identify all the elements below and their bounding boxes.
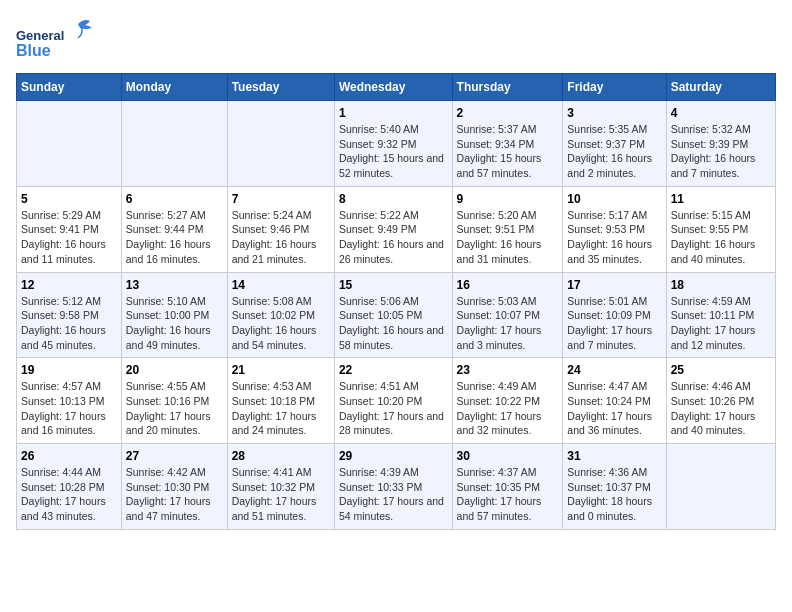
day-cell: 4Sunrise: 5:32 AM Sunset: 9:39 PM Daylig… [666,101,775,187]
day-number: 5 [21,192,117,206]
day-cell [121,101,227,187]
week-row-3: 12Sunrise: 5:12 AM Sunset: 9:58 PM Dayli… [17,272,776,358]
col-header-thursday: Thursday [452,74,563,101]
day-info: Sunrise: 5:10 AM Sunset: 10:00 PM Daylig… [126,294,223,353]
col-header-sunday: Sunday [17,74,122,101]
day-number: 30 [457,449,559,463]
day-info: Sunrise: 4:46 AM Sunset: 10:26 PM Daylig… [671,379,771,438]
day-info: Sunrise: 5:24 AM Sunset: 9:46 PM Dayligh… [232,208,330,267]
day-cell: 27Sunrise: 4:42 AM Sunset: 10:30 PM Dayl… [121,444,227,530]
day-cell: 20Sunrise: 4:55 AM Sunset: 10:16 PM Dayl… [121,358,227,444]
page-header: General Blue [16,16,776,61]
day-info: Sunrise: 5:32 AM Sunset: 9:39 PM Dayligh… [671,122,771,181]
col-header-wednesday: Wednesday [334,74,452,101]
day-number: 2 [457,106,559,120]
day-cell: 25Sunrise: 4:46 AM Sunset: 10:26 PM Dayl… [666,358,775,444]
svg-text:General: General [16,28,64,43]
day-cell: 2Sunrise: 5:37 AM Sunset: 9:34 PM Daylig… [452,101,563,187]
day-cell: 24Sunrise: 4:47 AM Sunset: 10:24 PM Dayl… [563,358,666,444]
logo: General Blue [16,16,106,61]
week-row-2: 5Sunrise: 5:29 AM Sunset: 9:41 PM Daylig… [17,186,776,272]
day-number: 9 [457,192,559,206]
day-info: Sunrise: 4:53 AM Sunset: 10:18 PM Daylig… [232,379,330,438]
day-cell: 17Sunrise: 5:01 AM Sunset: 10:09 PM Dayl… [563,272,666,358]
day-number: 23 [457,363,559,377]
day-cell: 16Sunrise: 5:03 AM Sunset: 10:07 PM Dayl… [452,272,563,358]
col-header-monday: Monday [121,74,227,101]
day-cell: 1Sunrise: 5:40 AM Sunset: 9:32 PM Daylig… [334,101,452,187]
day-cell: 26Sunrise: 4:44 AM Sunset: 10:28 PM Dayl… [17,444,122,530]
day-cell: 22Sunrise: 4:51 AM Sunset: 10:20 PM Dayl… [334,358,452,444]
day-info: Sunrise: 5:15 AM Sunset: 9:55 PM Dayligh… [671,208,771,267]
day-cell: 23Sunrise: 4:49 AM Sunset: 10:22 PM Dayl… [452,358,563,444]
day-number: 22 [339,363,448,377]
svg-text:Blue: Blue [16,42,51,59]
day-number: 4 [671,106,771,120]
week-row-1: 1Sunrise: 5:40 AM Sunset: 9:32 PM Daylig… [17,101,776,187]
day-number: 7 [232,192,330,206]
day-cell [17,101,122,187]
day-cell: 10Sunrise: 5:17 AM Sunset: 9:53 PM Dayli… [563,186,666,272]
day-cell: 14Sunrise: 5:08 AM Sunset: 10:02 PM Dayl… [227,272,334,358]
day-number: 10 [567,192,661,206]
day-number: 24 [567,363,661,377]
day-info: Sunrise: 4:37 AM Sunset: 10:35 PM Daylig… [457,465,559,524]
day-info: Sunrise: 5:12 AM Sunset: 9:58 PM Dayligh… [21,294,117,353]
day-number: 19 [21,363,117,377]
day-cell: 9Sunrise: 5:20 AM Sunset: 9:51 PM Daylig… [452,186,563,272]
day-info: Sunrise: 5:35 AM Sunset: 9:37 PM Dayligh… [567,122,661,181]
day-info: Sunrise: 5:40 AM Sunset: 9:32 PM Dayligh… [339,122,448,181]
day-info: Sunrise: 5:03 AM Sunset: 10:07 PM Daylig… [457,294,559,353]
day-number: 1 [339,106,448,120]
col-header-friday: Friday [563,74,666,101]
day-cell: 28Sunrise: 4:41 AM Sunset: 10:32 PM Dayl… [227,444,334,530]
day-cell: 8Sunrise: 5:22 AM Sunset: 9:49 PM Daylig… [334,186,452,272]
week-row-5: 26Sunrise: 4:44 AM Sunset: 10:28 PM Dayl… [17,444,776,530]
day-cell: 5Sunrise: 5:29 AM Sunset: 9:41 PM Daylig… [17,186,122,272]
day-number: 3 [567,106,661,120]
day-number: 11 [671,192,771,206]
day-info: Sunrise: 5:08 AM Sunset: 10:02 PM Daylig… [232,294,330,353]
day-cell: 18Sunrise: 4:59 AM Sunset: 10:11 PM Dayl… [666,272,775,358]
day-cell [666,444,775,530]
day-cell: 31Sunrise: 4:36 AM Sunset: 10:37 PM Dayl… [563,444,666,530]
day-cell: 13Sunrise: 5:10 AM Sunset: 10:00 PM Dayl… [121,272,227,358]
day-info: Sunrise: 4:47 AM Sunset: 10:24 PM Daylig… [567,379,661,438]
day-info: Sunrise: 5:29 AM Sunset: 9:41 PM Dayligh… [21,208,117,267]
day-cell: 3Sunrise: 5:35 AM Sunset: 9:37 PM Daylig… [563,101,666,187]
day-cell [227,101,334,187]
day-cell: 29Sunrise: 4:39 AM Sunset: 10:33 PM Dayl… [334,444,452,530]
day-cell: 12Sunrise: 5:12 AM Sunset: 9:58 PM Dayli… [17,272,122,358]
day-info: Sunrise: 4:49 AM Sunset: 10:22 PM Daylig… [457,379,559,438]
day-info: Sunrise: 4:39 AM Sunset: 10:33 PM Daylig… [339,465,448,524]
calendar-table: SundayMondayTuesdayWednesdayThursdayFrid… [16,73,776,530]
day-number: 27 [126,449,223,463]
day-info: Sunrise: 4:57 AM Sunset: 10:13 PM Daylig… [21,379,117,438]
day-cell: 21Sunrise: 4:53 AM Sunset: 10:18 PM Dayl… [227,358,334,444]
day-info: Sunrise: 5:01 AM Sunset: 10:09 PM Daylig… [567,294,661,353]
day-info: Sunrise: 4:41 AM Sunset: 10:32 PM Daylig… [232,465,330,524]
logo-svg: General Blue [16,16,106,61]
col-header-tuesday: Tuesday [227,74,334,101]
day-number: 16 [457,278,559,292]
day-cell: 30Sunrise: 4:37 AM Sunset: 10:35 PM Dayl… [452,444,563,530]
week-row-4: 19Sunrise: 4:57 AM Sunset: 10:13 PM Dayl… [17,358,776,444]
day-number: 26 [21,449,117,463]
day-number: 14 [232,278,330,292]
day-number: 17 [567,278,661,292]
day-info: Sunrise: 5:27 AM Sunset: 9:44 PM Dayligh… [126,208,223,267]
day-cell: 11Sunrise: 5:15 AM Sunset: 9:55 PM Dayli… [666,186,775,272]
day-info: Sunrise: 4:42 AM Sunset: 10:30 PM Daylig… [126,465,223,524]
col-header-saturday: Saturday [666,74,775,101]
day-info: Sunrise: 4:55 AM Sunset: 10:16 PM Daylig… [126,379,223,438]
day-info: Sunrise: 5:20 AM Sunset: 9:51 PM Dayligh… [457,208,559,267]
day-number: 12 [21,278,117,292]
day-info: Sunrise: 4:59 AM Sunset: 10:11 PM Daylig… [671,294,771,353]
day-info: Sunrise: 5:17 AM Sunset: 9:53 PM Dayligh… [567,208,661,267]
day-number: 18 [671,278,771,292]
day-info: Sunrise: 5:22 AM Sunset: 9:49 PM Dayligh… [339,208,448,267]
header-row: SundayMondayTuesdayWednesdayThursdayFrid… [17,74,776,101]
day-info: Sunrise: 4:51 AM Sunset: 10:20 PM Daylig… [339,379,448,438]
day-cell: 19Sunrise: 4:57 AM Sunset: 10:13 PM Dayl… [17,358,122,444]
day-info: Sunrise: 5:37 AM Sunset: 9:34 PM Dayligh… [457,122,559,181]
